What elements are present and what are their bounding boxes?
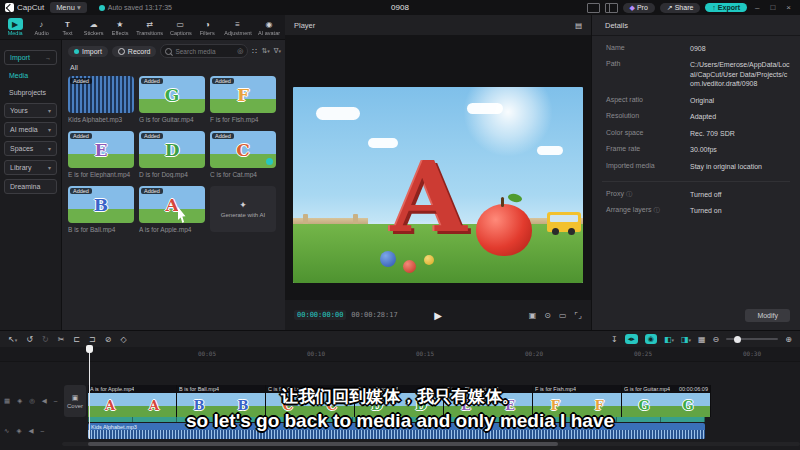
zoom-out-icon[interactable]: ⊖ (713, 335, 720, 344)
timeline-ruler[interactable]: 00:0500:1000:1500:2000:2500:30 (0, 347, 800, 362)
layout-toggle-icon[interactable] (587, 3, 600, 13)
track-lock-icon[interactable]: ◈ (17, 397, 22, 405)
horizontal-scrollbar[interactable] (62, 442, 800, 446)
snap-toggle-icon[interactable]: ◂▸ (625, 334, 638, 344)
timeline-clip[interactable]: G is for Guitar.mp4 00:00:06:09 G G (622, 385, 711, 417)
filter-all-label[interactable]: All (70, 64, 78, 71)
select-tool-icon[interactable]: ↖▾ (8, 335, 17, 344)
mirror-preview-icon[interactable]: ▣ (529, 311, 537, 320)
sidebar-item[interactable]: Spaces (4, 141, 57, 156)
search-input[interactable] (175, 48, 234, 55)
delete-icon[interactable]: ⊘ (105, 335, 112, 344)
media-item[interactable]: B Added B is for Ball.mp4 (68, 186, 134, 233)
ribbon-tab[interactable]: Media (4, 18, 26, 36)
audio-track-icon[interactable]: ∿ (4, 427, 9, 435)
ribbon-tab[interactable]: Stickers (83, 18, 105, 36)
mask-icon[interactable]: ◇ (120, 335, 126, 344)
menu-button[interactable]: Menu (50, 2, 87, 13)
track-mute-icon[interactable]: ◀ (28, 427, 33, 435)
detail-toggle-row[interactable]: Proxyⓘ Turned off (606, 190, 790, 199)
ribbon-tab[interactable]: Filters (196, 18, 218, 36)
ribbon-tab[interactable]: Transitions (135, 18, 164, 36)
export-button[interactable]: ↑Export (705, 3, 747, 12)
timeline-clip[interactable]: B is for Ball.mp4 B B (177, 385, 266, 417)
timeline-clip[interactable]: E is for Elephant.mp4 E E (444, 385, 533, 417)
delete-left-icon[interactable]: ⊏ (73, 335, 80, 344)
zoom-in-icon[interactable]: ⊕ (785, 335, 792, 344)
player-viewport[interactable]: A (285, 35, 591, 300)
sidebar-item[interactable]: Library (4, 160, 57, 175)
media-item[interactable]: G Added G is for Guitar.mp4 (139, 76, 205, 123)
ribbon-tab[interactable]: Adjustment (223, 18, 253, 36)
focus-icon[interactable]: ⊙ (544, 311, 551, 320)
redo-icon[interactable]: ↻ (42, 335, 49, 344)
filter-icon[interactable]: ∇▾ (274, 47, 281, 55)
timeline-clip[interactable]: A is for Apple.mp4 A A (88, 385, 177, 417)
close-button[interactable]: × (783, 3, 794, 12)
track-hide-icon[interactable]: ◎ (29, 397, 35, 405)
ribbon-tab[interactable]: Text (56, 18, 78, 36)
caption-track[interactable] (88, 417, 705, 422)
media-item[interactable]: E Added E is for Elephant.mp4 (68, 131, 134, 178)
timeline-clip[interactable]: C is for Cat.mp4 C C (266, 385, 355, 417)
minimize-button[interactable]: – (752, 3, 762, 12)
pro-button[interactable]: ◆Pro (623, 3, 655, 13)
preview-axis-icon[interactable]: ▦ (698, 335, 706, 344)
share-button[interactable]: ↗Share (660, 3, 701, 13)
sidebar-item[interactable]: Subprojects (4, 86, 57, 99)
apple-graphic (476, 204, 532, 256)
maximize-button[interactable]: □ (767, 3, 778, 12)
media-item[interactable]: A Added A is for Apple.mp4 (139, 186, 205, 233)
ribbon-tab[interactable]: Effects (109, 18, 131, 36)
download-icon[interactable]: ↧ (611, 335, 618, 344)
cover-button[interactable]: ▣ Cover (64, 385, 86, 417)
sidebar-item[interactable]: Dreamina (4, 179, 57, 194)
track-options-icon[interactable]: ◨▾ (681, 335, 691, 344)
detail-value: Turned on (690, 206, 790, 215)
record-button[interactable]: Record (112, 46, 157, 57)
sidebar-item[interactable]: Yours (4, 103, 57, 118)
player-settings-icon[interactable]: ▤ (575, 21, 582, 30)
track-collapse-icon[interactable]: – (40, 427, 44, 435)
delete-right-icon[interactable]: ⊐ (89, 335, 96, 344)
panel-layout-icon[interactable] (605, 3, 618, 13)
modify-button[interactable]: Modify (745, 309, 790, 322)
timeline-zoom-slider[interactable] (726, 338, 778, 340)
timeline-clip[interactable]: F is for Fish.mp4 F F (533, 385, 622, 417)
sort-icon[interactable]: ⇅▾ (261, 47, 269, 55)
playhead[interactable] (89, 347, 90, 439)
media-item[interactable]: F Added F is for Fish.mp4 (210, 76, 276, 123)
sidebar-item[interactable]: AI media (4, 122, 57, 137)
split-icon[interactable]: ✂ (58, 335, 65, 344)
track-mute-icon[interactable]: ◀ (42, 397, 47, 405)
search-scope-icon[interactable]: ◎ (237, 47, 243, 55)
grid-view-icon[interactable]: ∷ (252, 47, 257, 56)
timeline-clip[interactable]: D is for Dog.mp4 D D (355, 385, 444, 417)
zoom-knob[interactable] (734, 336, 741, 343)
undo-icon[interactable]: ↺ (26, 335, 33, 344)
media-item[interactable]: Added Kids Alphabet.mp3 (68, 76, 134, 123)
link-preview-icon[interactable]: ◉ (645, 334, 657, 344)
scrollbar-thumb[interactable] (88, 442, 558, 446)
sidebar-item[interactable]: Import (4, 50, 57, 65)
audio-clip[interactable]: Kids Alphabet.mp3 (88, 423, 705, 439)
media-item[interactable]: C Added C is for Cat.mp4 (210, 131, 276, 178)
auto-link-icon[interactable]: ◧▾ (664, 335, 674, 344)
detail-toggle-row[interactable]: Arrange layersⓘ Turned on (606, 206, 790, 215)
clip-name: A is for Apple.mp4 (90, 386, 134, 392)
sidebar-item[interactable]: Media (4, 69, 57, 82)
ribbon-tab[interactable]: Captions (169, 18, 193, 36)
ribbon-tab[interactable]: Audio (30, 18, 52, 36)
fullscreen-icon[interactable]: ⌜⌟ (575, 311, 583, 320)
ratio-icon[interactable]: ▭ (559, 311, 567, 320)
track-collapse-icon[interactable]: – (54, 397, 58, 405)
search-box[interactable]: ◎ (160, 44, 248, 58)
media-item[interactable]: D Added D is for Dog.mp4 (139, 131, 205, 178)
media-item[interactable]: Generate with AI (210, 186, 276, 233)
search-icon (165, 48, 172, 55)
track-lock-icon[interactable]: ◈ (16, 427, 21, 435)
import-button[interactable]: Import (68, 46, 108, 57)
track-overlay-icon[interactable]: ▦ (4, 397, 10, 405)
ribbon-tab[interactable]: AI avatar (257, 18, 281, 36)
play-button[interactable]: ▶ (434, 310, 442, 321)
